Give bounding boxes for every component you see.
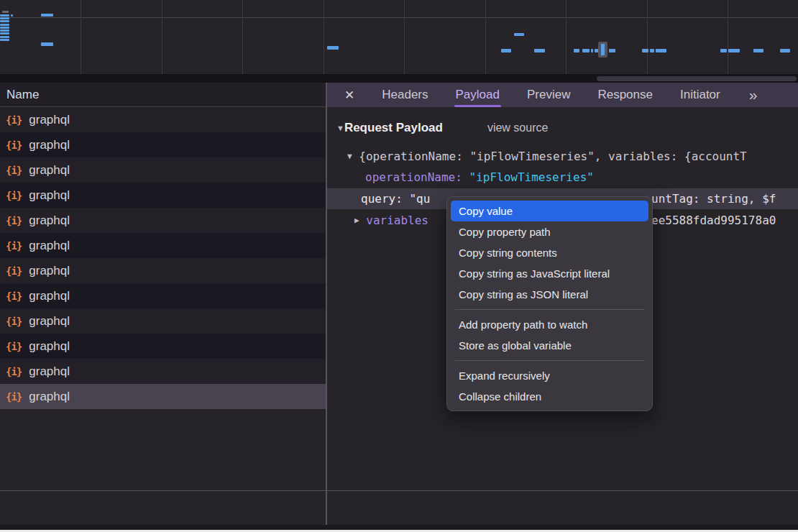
- timeline-gridline: [485, 0, 486, 74]
- context-menu: Copy valueCopy property pathCopy string …: [446, 196, 653, 411]
- json-braces-icon: {i}: [6, 114, 22, 126]
- collapse-triangle-icon: ▼: [336, 124, 344, 132]
- json-braces-icon: {i}: [6, 190, 22, 201]
- overview-row-divider: [0, 17, 798, 18]
- menu-item-add-property-path-to-watch[interactable]: Add property path to watch: [451, 314, 648, 335]
- request-timing-bar: [780, 49, 790, 52]
- query-left-fragment: query: "qu: [361, 192, 430, 206]
- requests-table: Name {i}graphql{i}graphql{i}graphql{i}gr…: [0, 83, 326, 532]
- request-timing-bar: [0, 24, 9, 26]
- tab-payload[interactable]: Payload: [456, 83, 500, 107]
- timeline-gridline: [404, 0, 405, 74]
- request-timing-bar: [728, 49, 740, 52]
- request-timing-bar: [595, 49, 598, 52]
- menu-item-copy-string-contents[interactable]: Copy string contents: [451, 242, 648, 263]
- payload-preview-row[interactable]: ▼ {operationName: "ipFlowTimeseries", va…: [327, 146, 798, 167]
- collapsed-triangle-icon: ▶: [354, 216, 359, 225]
- request-name-label: graphql: [29, 138, 70, 152]
- network-overview-timeline[interactable]: [0, 0, 798, 74]
- menu-item-copy-value[interactable]: Copy value: [451, 201, 648, 221]
- overview-scroll-track: [0, 74, 798, 83]
- request-name-label: graphql: [29, 314, 70, 329]
- payload-preview-text: {operationName: "ipFlowTimeseries", vari…: [359, 150, 746, 163]
- request-timing-bar: [0, 29, 9, 32]
- request-timing-bar: [514, 33, 524, 36]
- json-braces-icon: {i}: [6, 165, 22, 176]
- tabs-container: HeadersPayloadPreviewResponseInitiator: [382, 83, 720, 107]
- menu-item-copy-string-as-json-literal[interactable]: Copy string as JSON literal: [451, 284, 648, 305]
- menu-item-copy-property-path[interactable]: Copy property path: [451, 221, 648, 242]
- request-timing-bar: [2, 11, 9, 13]
- request-name-label: graphql: [29, 239, 70, 253]
- request-row[interactable]: {i}graphql: [0, 283, 326, 308]
- request-row[interactable]: {i}graphql: [0, 308, 326, 334]
- request-timing-bar: [0, 27, 9, 29]
- menu-item-collapse-children[interactable]: Collapse children: [451, 386, 648, 407]
- timeline-gridline: [324, 0, 324, 74]
- payload-operationname-row[interactable]: operationName: "ipFlowTimeseries": [327, 167, 798, 188]
- timeline-gridline: [566, 0, 567, 74]
- timeline-gridline: [647, 0, 648, 74]
- details-tabbar: ✕ HeadersPayloadPreviewResponseInitiator…: [327, 83, 798, 107]
- tab-response[interactable]: Response: [597, 83, 653, 107]
- request-timing-bar: [0, 20, 9, 22]
- request-timing-bar: [753, 49, 763, 52]
- request-row[interactable]: {i}graphql: [0, 183, 326, 208]
- request-timing-bar: [650, 49, 654, 52]
- devtools-network-panel: Name {i}graphql{i}graphql{i}graphql{i}gr…: [0, 0, 798, 532]
- variables-right-fragment: ee5588fdad995178a0: [651, 210, 776, 231]
- json-braces-icon: {i}: [6, 316, 22, 327]
- timeline-gridline: [162, 0, 162, 74]
- request-row[interactable]: {i}graphql: [0, 359, 326, 384]
- request-name-label: graphql: [29, 339, 70, 354]
- json-braces-icon: {i}: [6, 290, 22, 302]
- request-row[interactable]: {i}graphql: [0, 258, 326, 283]
- property-value: "ipFlowTimeseries": [469, 170, 594, 184]
- request-timing-bar: [41, 14, 53, 17]
- json-braces-icon: {i}: [6, 215, 22, 226]
- request-row[interactable]: {i}graphql: [0, 233, 326, 258]
- request-row[interactable]: {i}graphql: [0, 107, 326, 132]
- menu-item-store-as-global-variable[interactable]: Store as global variable: [451, 335, 648, 356]
- json-braces-icon: {i}: [6, 240, 22, 252]
- view-source-link[interactable]: view source: [487, 121, 548, 134]
- menu-item-expand-recursively[interactable]: Expand recursively: [451, 365, 648, 386]
- menu-item-copy-string-as-javascript-literal[interactable]: Copy string as JavaScript literal: [451, 263, 648, 284]
- request-timing-bar: [0, 17, 9, 19]
- request-payload-section-header[interactable]: ▼ Request Payload view source: [327, 115, 798, 140]
- request-row[interactable]: {i}graphql: [0, 334, 326, 359]
- column-header-name[interactable]: Name: [0, 83, 326, 107]
- close-icon[interactable]: ✕: [344, 88, 354, 103]
- query-right-fragment: untTag: string, $f: [651, 188, 776, 209]
- timeline-gridline: [242, 0, 243, 74]
- request-timing-bar: [327, 46, 339, 50]
- request-name-label: graphql: [29, 113, 70, 127]
- request-timing-bar: [609, 49, 615, 52]
- tab-headers[interactable]: Headers: [382, 83, 428, 107]
- request-timing-bar: [534, 49, 545, 52]
- timeline-marker: [598, 42, 607, 58]
- json-braces-icon: {i}: [6, 139, 22, 151]
- request-timing-bar: [0, 32, 9, 35]
- tab-initiator[interactable]: Initiator: [680, 83, 720, 107]
- timeline-gridline: [728, 0, 728, 74]
- json-braces-icon: {i}: [6, 391, 22, 403]
- menu-separator: [455, 360, 644, 361]
- overview-scrollbar-thumb[interactable]: [597, 76, 797, 81]
- request-name-label: graphql: [29, 364, 70, 379]
- request-timing-bar: [0, 36, 9, 38]
- request-timing-bar: [642, 49, 648, 52]
- expanded-triangle-icon: ▼: [347, 152, 352, 161]
- request-row[interactable]: {i}graphql: [0, 157, 326, 183]
- request-row[interactable]: {i}graphql: [0, 132, 326, 157]
- request-name-label: graphql: [29, 188, 70, 203]
- column-header-label: Name: [6, 88, 39, 101]
- request-name-label: graphql: [29, 214, 70, 228]
- tab-preview[interactable]: Preview: [527, 83, 570, 107]
- request-name-label: graphql: [29, 390, 70, 404]
- request-row[interactable]: {i}graphql: [0, 208, 326, 233]
- property-key: variables: [366, 214, 428, 227]
- section-title: Request Payload: [344, 121, 443, 135]
- request-row[interactable]: {i}graphql: [0, 384, 326, 409]
- more-tabs-icon[interactable]: »: [749, 86, 758, 104]
